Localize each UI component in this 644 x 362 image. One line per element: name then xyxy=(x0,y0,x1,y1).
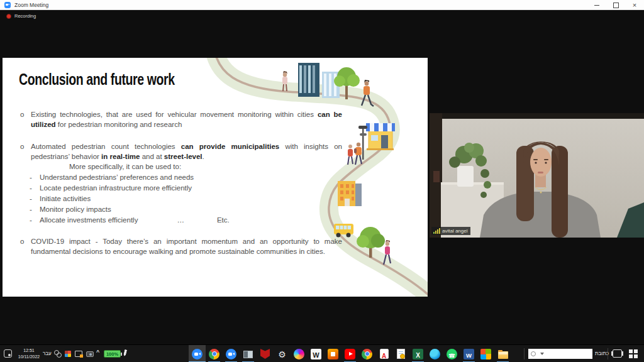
slide-sub-bullet: -Initiate activities xyxy=(30,194,342,204)
windows-logo-icon xyxy=(629,349,633,353)
meeting-area: Recording xyxy=(0,10,644,344)
office-icon xyxy=(328,349,338,359)
signal-strength-icon xyxy=(433,228,440,234)
sub-bullet-text: Initiate activities xyxy=(40,194,91,204)
address-toolbar-input[interactable] xyxy=(528,349,592,359)
taskbar-app-youtube[interactable] xyxy=(341,345,358,362)
recording-label: Recording xyxy=(14,13,36,19)
youtube-icon xyxy=(345,349,355,359)
ellipsis-text: … xyxy=(177,215,184,226)
taskbar-app-chrome[interactable] xyxy=(358,345,375,362)
certificate-icon xyxy=(397,349,405,359)
participant-video[interactable]: avital angel xyxy=(430,113,644,238)
window-title: Zoom Meeting xyxy=(14,2,48,8)
explorer-icon xyxy=(498,351,508,359)
taskbar-app-edge[interactable] xyxy=(426,345,443,362)
screenshare-icon[interactable] xyxy=(75,351,82,357)
clock-date: 10/11/2022 xyxy=(15,354,43,360)
slide-sub-bullet: -Monitor policy impacts xyxy=(30,204,342,215)
zoom-icon xyxy=(192,349,203,359)
zoom2-icon xyxy=(226,349,236,359)
taskbar-app-word[interactable] xyxy=(460,345,477,362)
taskbar-apps xyxy=(189,345,511,362)
taskbar-app-explorer[interactable] xyxy=(494,345,511,362)
recording-indicator: Recording xyxy=(6,13,36,19)
taskbar-app-paint[interactable] xyxy=(291,345,308,362)
etc-text: Etc. xyxy=(217,215,230,226)
whatsapp-icon xyxy=(447,349,457,359)
address-toolbar-icon xyxy=(531,351,536,356)
taskbar-app-acrobat[interactable] xyxy=(375,345,392,362)
slide-bullet: oExisting technologies, that are used fo… xyxy=(20,109,342,129)
hidden-icons-chevron[interactable]: ^ xyxy=(96,349,99,355)
store-icon xyxy=(480,349,491,359)
shop-kiosk-icon xyxy=(366,123,395,150)
zoom-app-icon xyxy=(4,2,11,8)
bullet-text: COVID-19 impact - Today there’s an impor… xyxy=(31,236,342,256)
window-controls xyxy=(587,0,644,10)
bullet-text: Automated pedestrian count technologies … xyxy=(31,141,342,162)
taskbar-app-zoom[interactable] xyxy=(189,345,206,362)
bullet-marker: o xyxy=(20,141,31,162)
taskbar-app-office[interactable] xyxy=(325,345,341,362)
taskbar-app-certificate[interactable] xyxy=(392,345,409,362)
taskbar-app-zoom2[interactable] xyxy=(223,345,240,362)
sub-bullet-text: Locate pedestrian infrastructure more ef… xyxy=(40,183,192,194)
taskbar-clock[interactable]: 12:51 10/11/2022 xyxy=(15,348,43,359)
pen-icon[interactable] xyxy=(123,349,128,357)
more-specifically-line: More specifically, it can be used to: xyxy=(69,162,342,172)
taskbar-app-store[interactable] xyxy=(477,345,494,362)
slide-sub-bullet: -Locate pedestrian infrastructure more e… xyxy=(30,183,342,194)
sub-bullet-marker: - xyxy=(30,183,40,194)
taskbar-app-whatsapp[interactable] xyxy=(443,345,460,362)
battery-indicator[interactable]: 100% xyxy=(104,350,121,358)
chevron-down-icon[interactable] xyxy=(540,353,544,355)
edge-icon xyxy=(430,349,440,359)
camera-icon[interactable] xyxy=(86,351,94,357)
address-toolbar-label: כתובת xyxy=(595,351,609,356)
people-grid-icon[interactable] xyxy=(65,351,71,357)
window-titlebar: Zoom Meeting xyxy=(0,0,644,10)
slide-title: Conclusion and future work xyxy=(19,70,175,89)
taskbar-app-mcafee[interactable] xyxy=(257,345,274,362)
winapp-icon xyxy=(243,351,253,358)
city-buildings-icon xyxy=(298,63,340,98)
maximize-icon[interactable] xyxy=(606,0,625,10)
mcafee-icon xyxy=(260,349,270,359)
taskbar-app-meet[interactable] xyxy=(206,345,223,362)
bullet-marker: o xyxy=(20,109,31,129)
slide-bullet: oCOVID-19 impact - Today there’s an impo… xyxy=(20,236,342,256)
start-button[interactable] xyxy=(629,349,638,358)
clock-time: 12:51 xyxy=(15,348,43,354)
wikipedia-icon xyxy=(311,349,321,359)
taskbar-app-winapp[interactable] xyxy=(240,345,257,362)
close-icon[interactable] xyxy=(625,0,644,10)
webcam-video-frame xyxy=(430,113,644,238)
sub-bullet-text: Understand pedestrians’ preferences and … xyxy=(40,172,194,183)
taskbar-app-settings[interactable] xyxy=(274,345,291,362)
taskbar-separator xyxy=(524,348,525,359)
taskbar-separator xyxy=(608,348,608,359)
sub-bullet-marker: - xyxy=(30,204,40,215)
word-icon xyxy=(464,349,474,359)
settings-icon xyxy=(277,349,287,359)
task-view-icon[interactable] xyxy=(613,349,622,358)
sub-bullet-text: Allocate investments efficiently xyxy=(40,215,138,226)
sub-bullet-marker: - xyxy=(30,194,40,204)
minimize-icon[interactable] xyxy=(587,0,606,10)
taskbar-app-excel[interactable] xyxy=(409,345,426,362)
participant-name-badge: avital angel xyxy=(431,227,470,235)
sub-bullet-marker: - xyxy=(30,215,40,226)
link-icon[interactable] xyxy=(54,350,62,358)
taskbar-app-wikipedia[interactable] xyxy=(308,345,325,362)
notification-icon[interactable] xyxy=(4,349,12,358)
chrome-icon xyxy=(362,349,372,359)
shared-screen-slide: Conclusion and future work oExisting tec… xyxy=(3,58,428,297)
participant-name: avital angel xyxy=(442,228,467,234)
recording-dot-icon xyxy=(6,14,11,19)
bullet-text: Existing technologies, that are used for… xyxy=(31,109,342,129)
slide-bullet: oAutomated pedestrian count technologies… xyxy=(20,141,342,162)
language-indicator[interactable]: עבר xyxy=(43,351,52,356)
slide-body: oExisting technologies, that are used fo… xyxy=(20,109,342,256)
bullet-marker: o xyxy=(20,236,31,256)
